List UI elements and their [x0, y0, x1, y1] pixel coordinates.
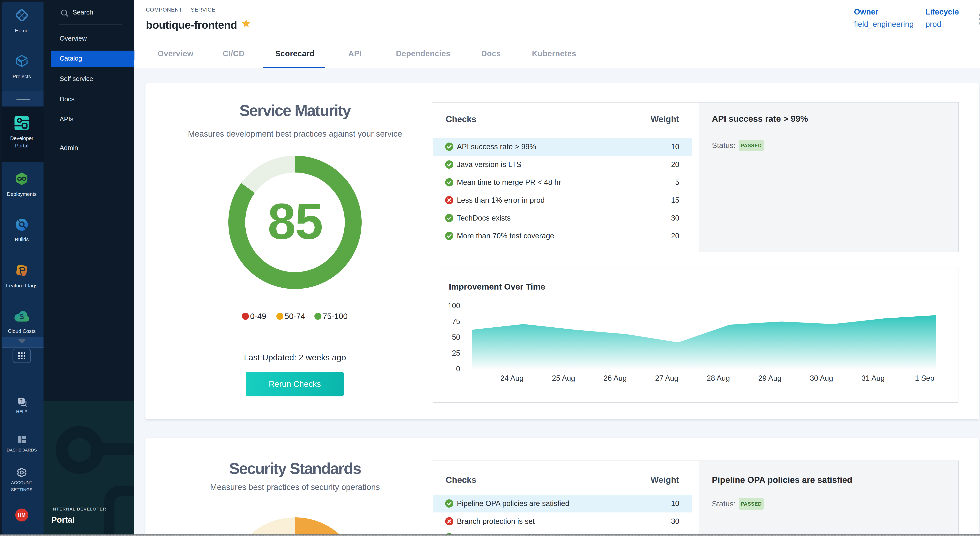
svg-text:?: ? [20, 398, 23, 404]
svg-text:50-74: 50-74 [285, 312, 305, 321]
svg-text:75-100: 75-100 [323, 312, 348, 321]
svg-text:85: 85 [268, 193, 323, 250]
svg-text:$: $ [20, 313, 24, 321]
svg-text:0-49: 0-49 [250, 312, 266, 321]
